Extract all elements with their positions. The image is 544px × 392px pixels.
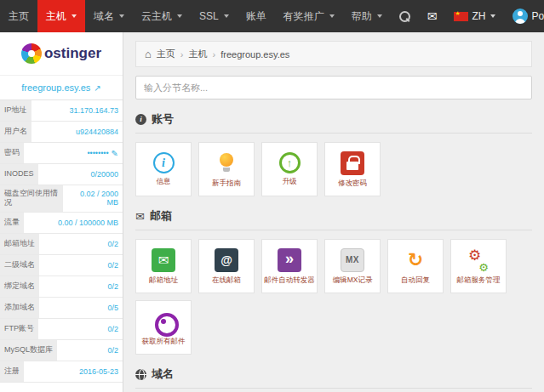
mx-record-icon (341, 248, 364, 272)
stat-label: 添加域名 (0, 298, 39, 318)
stat-label: 邮箱地址 (0, 234, 39, 254)
section-email: 邮箱 邮箱地址 在线邮箱 邮件自动转发器 编辑MX记录 (135, 208, 532, 355)
nav-item-domains[interactable]: 域名 (85, 0, 133, 32)
stat-row-password: 密码 •••••••• (0, 143, 123, 164)
nav-item-hosting[interactable]: 主机 (37, 0, 85, 32)
language-label: ZH (472, 10, 485, 22)
stat-row-username: 用户名 u924420884 (0, 122, 123, 143)
chevron-down-icon (490, 14, 495, 18)
avatar (513, 9, 528, 24)
tile-change-password[interactable]: 修改密码 (324, 142, 381, 196)
stat-value: 0/2 (107, 346, 118, 355)
edit-password-icon[interactable] (112, 149, 118, 158)
tile-autoresponder[interactable]: 自动回复 (387, 239, 444, 293)
stat-row-inodes: INODES 0/20000 (0, 164, 123, 185)
nav-search-button[interactable] (391, 0, 419, 32)
section-title: 邮箱 (150, 208, 172, 224)
home-icon (145, 48, 152, 60)
main-content: 主页 主机 freegroup.esy.es 账号 信息 新手指南 (123, 32, 544, 392)
breadcrumb-separator (213, 49, 216, 60)
external-link-icon (94, 82, 100, 93)
chevron-down-icon (177, 14, 182, 18)
nav-label: 云主机 (141, 9, 172, 24)
nav-item-vps[interactable]: 云主机 (133, 0, 191, 32)
stat-row-registered: 注册 2016-05-23 (0, 361, 123, 383)
messages-button[interactable] (419, 0, 446, 32)
stat-row-ftp: FTP账号 0/2 (0, 319, 123, 340)
stat-row-parked-domains: 绑定域名 0/2 (0, 276, 123, 298)
purple-ring-icon (152, 310, 175, 333)
tile-email-accounts[interactable]: 邮箱地址 (135, 239, 192, 293)
globe-section-icon (135, 369, 146, 380)
nav-label: 有奖推广 (283, 9, 324, 24)
breadcrumb: 主页 主机 freegroup.esy.es (135, 41, 532, 67)
stat-label: 用户名 (0, 122, 31, 142)
stat-value: 0/2 (107, 325, 118, 333)
breadcrumb-hosting[interactable]: 主机 (189, 48, 208, 60)
stat-label: 注册 (0, 361, 24, 382)
stat-label: 密码 (0, 143, 24, 163)
upgrade-arrow-icon (279, 152, 301, 173)
section-search-input[interactable] (135, 76, 532, 99)
tile-mx-records[interactable]: 编辑MX记录 (324, 239, 381, 293)
nav-item-billing[interactable]: 账单 (238, 0, 275, 32)
user-menu[interactable]: Poeric (504, 0, 544, 32)
search-icon (399, 11, 410, 22)
refresh-arrows-icon (404, 248, 427, 272)
stat-label: 二级域名 (0, 255, 39, 276)
stat-row-mysql: MySQL数据库 0/2 (0, 340, 123, 361)
chevron-down-icon (329, 14, 335, 18)
breadcrumb-current[interactable]: freegroup.esy.es (220, 49, 289, 60)
nav-item-referrals[interactable]: 有奖推广 (275, 0, 343, 32)
section-title: 域名 (152, 366, 174, 382)
mail-icon (427, 9, 438, 23)
at-sign-icon (215, 248, 238, 272)
nav-item-home[interactable]: 主页 (0, 0, 37, 32)
domain-name: freegroup.esy.es (21, 82, 90, 93)
tile-info[interactable]: 信息 (135, 142, 192, 196)
language-selector[interactable]: ZH (445, 0, 504, 32)
chevron-down-icon (377, 14, 382, 18)
hostinger-logo-text: ostinger (44, 45, 101, 62)
info-icon (153, 152, 175, 173)
hostinger-logo[interactable]: ostinger (0, 32, 123, 75)
mail-section-icon (135, 210, 145, 223)
username-label: Poeric (531, 10, 544, 22)
section-domains: 域名 二级域名 绑定域名 添加域名 重定向 (135, 366, 532, 392)
tile-upgrade[interactable]: 升级 (261, 142, 318, 196)
tile-catch-all-mail[interactable]: 获取所有邮件 (135, 300, 192, 355)
chevron-down-icon (72, 14, 77, 18)
app-body: ostinger freegroup.esy.es IP地址 31.170.16… (0, 32, 544, 392)
nav-label: 帮助 (352, 9, 372, 24)
breadcrumb-home[interactable]: 主页 (157, 48, 175, 60)
current-domain-link[interactable]: freegroup.esy.es (0, 75, 123, 100)
stat-value: 0.02 / 2000 MB (67, 190, 118, 207)
stat-value: •••••••• (87, 149, 108, 157)
nav-item-help[interactable]: 帮助 (343, 0, 391, 32)
stat-value: 0/2 (107, 261, 118, 270)
navbar-right: ZH Poeric (419, 0, 544, 32)
tile-getting-started[interactable]: 新手指南 (198, 142, 255, 196)
tile-webmail[interactable]: 在线邮箱 (198, 239, 255, 293)
nav-label: 账单 (246, 9, 266, 24)
stat-value: 0.00 / 100000 MB (58, 219, 118, 227)
tile-forwarders[interactable]: 邮件自动转发器 (261, 239, 318, 293)
stat-label: MySQL数据库 (0, 340, 57, 361)
chevron-down-icon (119, 14, 124, 18)
nav-label: 主机 (46, 9, 66, 24)
stat-value: 31.170.164.73 (69, 106, 118, 115)
section-account: 账号 信息 新手指南 升级 修改密码 (135, 111, 532, 196)
nav-item-ssl[interactable]: SSL (191, 0, 238, 32)
email-tiles: 邮箱地址 在线邮箱 邮件自动转发器 编辑MX记录 自动回复 (135, 239, 532, 355)
tile-email-service[interactable]: 邮箱服务管理 (450, 239, 507, 293)
stat-value: 0/2 (107, 240, 118, 248)
chevron-down-icon (224, 14, 229, 18)
nav-label: 主页 (9, 9, 29, 24)
info-section-icon (135, 114, 146, 125)
stat-label: FTP账号 (0, 319, 38, 339)
nav-label: SSL (199, 10, 219, 22)
envelope-icon (152, 248, 175, 272)
stat-label: 磁盘空间使用情况 (0, 185, 63, 212)
top-navbar: 主页 主机 域名 云主机 SSL 账单 有奖推广 帮助 ZH (0, 0, 544, 32)
stat-value: u924420884 (76, 128, 118, 136)
